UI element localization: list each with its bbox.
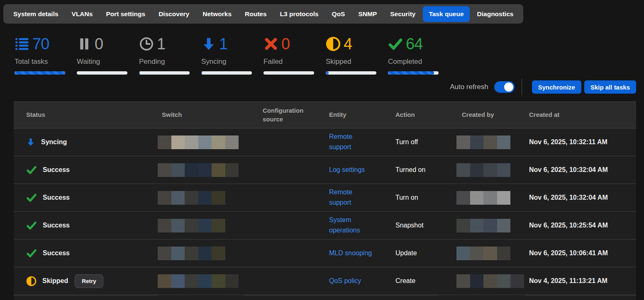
entity-link[interactable]: Remote support: [329, 132, 373, 152]
stat-label: Total tasks: [15, 58, 77, 66]
entity-link[interactable]: Remote support: [329, 187, 373, 208]
redaction-pixel: [158, 163, 171, 177]
check-icon: [26, 192, 37, 203]
stat-label: Waiting: [77, 58, 139, 66]
created-at-cell: Nov 6, 2025, 10:32:04 AM: [529, 194, 636, 201]
pause-icon: [77, 36, 92, 51]
created-by-cell: [462, 135, 529, 149]
nav-tab-discovery[interactable]: Discovery: [153, 6, 195, 22]
nav-tab-diagnostics[interactable]: Diagnostics: [471, 6, 520, 22]
switch-cell: [162, 135, 263, 149]
nav-tab-vlans[interactable]: VLANs: [66, 6, 99, 22]
switch-redacted-value: [158, 163, 258, 177]
status-label: Success: [43, 166, 70, 174]
created-by-redacted-value: [456, 274, 524, 288]
redaction-pixel: [225, 135, 239, 149]
redaction-pixel: [158, 191, 171, 205]
check-icon: [26, 248, 37, 259]
created-by-cell: [462, 274, 529, 288]
switch-cell: [162, 163, 263, 177]
nav-tab-security[interactable]: Security: [384, 6, 421, 22]
entity-cell: Log settings: [329, 165, 395, 175]
switch-redacted-value: [158, 219, 258, 232]
status-cell: Success: [14, 220, 162, 231]
redaction-pixel: [212, 135, 225, 149]
stat-progress-bar: [139, 71, 190, 75]
check-icon: [26, 165, 37, 175]
created-by-redacted-value: [456, 191, 524, 205]
action-cell: Turned on: [395, 166, 462, 174]
created-by-redacted-value: [456, 247, 524, 260]
redaction-pixel: [456, 247, 470, 260]
nav-tab-port-settings[interactable]: Port settings: [100, 6, 151, 22]
retry-button[interactable]: Retry: [75, 274, 103, 288]
redaction-pixel: [483, 219, 497, 232]
nav-tab-snmp[interactable]: SNMP: [352, 6, 383, 22]
column-header-configuration-source: Configuration source: [263, 106, 329, 123]
top-tab-bar: System detailsVLANsPort settingsDiscover…: [3, 4, 523, 24]
stat-progress-bar: [15, 71, 65, 75]
stat-progress-bar: [77, 71, 127, 75]
switch-redacted-value: [158, 247, 258, 260]
redaction-pixel: [185, 191, 198, 205]
redaction-pixel: [483, 274, 497, 288]
redaction-pixel: [483, 135, 497, 149]
table-filler: [14, 295, 636, 300]
nav-tab-networks[interactable]: Networks: [197, 6, 237, 22]
created-by-redacted-value: [456, 135, 524, 149]
redaction-pixel: [185, 135, 198, 149]
nav-tab-task-queue[interactable]: Task queue: [423, 6, 469, 22]
table-row: Success Remote support Turn on Nov 6, 20…: [14, 184, 636, 212]
entity-link[interactable]: MLD snooping: [329, 248, 372, 259]
redaction-pixel: [470, 274, 484, 288]
nav-tab-system-details[interactable]: System details: [7, 6, 64, 22]
switch-cell: [162, 274, 263, 288]
stat-value: 64: [406, 36, 422, 52]
stat-label: Completed: [388, 58, 450, 66]
stat-value: 4: [344, 36, 352, 52]
entity-link[interactable]: System operations: [329, 215, 373, 236]
stat-progress-fill: [201, 71, 202, 75]
redaction-pixel: [497, 191, 511, 205]
task-stats-row: 70 Total tasks 0 Waiting 1 Pending 1 Syn…: [15, 34, 450, 75]
created-at-cell: Nov 6, 2025, 10:32:11 AM: [529, 138, 636, 146]
skip-all-tasks-button[interactable]: Skip all tasks: [584, 80, 636, 94]
auto-refresh-toggle[interactable]: [494, 81, 515, 93]
stat-label: Failed: [263, 58, 326, 66]
nav-tab-routes[interactable]: Routes: [239, 6, 273, 22]
nav-tab-qos[interactable]: QoS: [326, 6, 351, 22]
half-circle-icon: [26, 276, 37, 286]
table-header: StatusSwitchConfiguration sourceEntityAc…: [14, 102, 636, 128]
synchronize-button[interactable]: Synchronize: [532, 80, 581, 94]
stat-label: Pending: [139, 58, 201, 66]
redaction-pixel: [470, 219, 484, 232]
column-header-created-at: Created at: [529, 111, 636, 119]
redaction-pixel: [198, 219, 212, 232]
table-row: Skipped Retry QoS policy Create Nov 4, 2…: [14, 267, 636, 295]
redaction-pixel: [497, 247, 511, 260]
table-row: Syncing Remote support Turn off Nov 6, 2…: [14, 128, 636, 156]
stat-card-failed: 0 Failed: [263, 34, 326, 75]
created-by-redacted-value: [456, 163, 524, 177]
created-by-cell: [462, 163, 529, 177]
redaction-pixel: [225, 274, 239, 288]
entity-link[interactable]: QoS policy: [329, 276, 361, 286]
redaction-pixel: [198, 135, 212, 149]
column-header-status: Status: [14, 111, 162, 119]
redaction-pixel: [198, 247, 212, 260]
redaction-pixel: [497, 219, 511, 232]
redaction-pixel: [212, 219, 225, 232]
entity-link[interactable]: Log settings: [329, 165, 365, 175]
stat-progress-bar: [201, 71, 252, 75]
redaction-pixel: [225, 163, 239, 177]
stat-label: Skipped: [326, 58, 388, 66]
stat-progress-fill: [388, 71, 434, 75]
redaction-pixel: [497, 274, 511, 288]
stat-value: 70: [32, 36, 49, 52]
stat-progress-fill: [139, 71, 140, 75]
nav-tab-l3-protocols[interactable]: L3 protocols: [274, 6, 324, 22]
redaction-pixel: [470, 247, 484, 260]
redaction-pixel: [185, 274, 198, 288]
status-label: Success: [43, 249, 70, 257]
switch-cell: [162, 191, 263, 205]
